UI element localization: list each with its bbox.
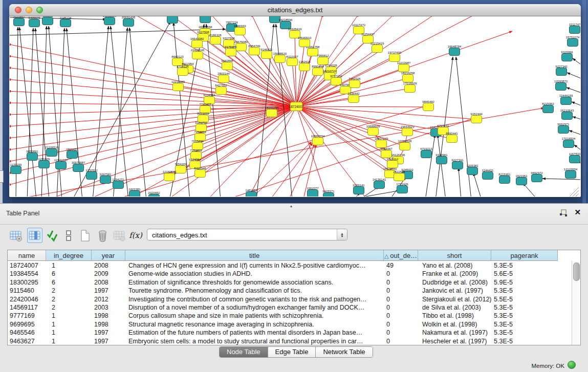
graph-node[interactable] bbox=[568, 39, 578, 47]
graph-node[interactable] bbox=[249, 48, 260, 55]
show-columns-icon[interactable] bbox=[27, 228, 42, 243]
tab-edge-table[interactable]: Edge Table bbox=[268, 347, 316, 357]
graph-node[interactable] bbox=[399, 64, 409, 72]
close-panel-icon[interactable]: ✕ bbox=[574, 208, 581, 217]
graph-node[interactable] bbox=[235, 28, 246, 35]
column-header-short[interactable]: short bbox=[418, 250, 491, 261]
graph-node[interactable] bbox=[56, 162, 67, 169]
graph-node[interactable] bbox=[556, 68, 567, 76]
graph-node[interactable] bbox=[226, 49, 236, 56]
graph-node[interactable] bbox=[100, 176, 111, 184]
graph-node[interactable] bbox=[562, 54, 573, 61]
graph-node[interactable] bbox=[561, 97, 572, 105]
column-header-year[interactable]: year bbox=[92, 250, 125, 261]
graph-node[interactable] bbox=[313, 68, 323, 76]
graph-node[interactable] bbox=[543, 105, 554, 113]
float-window-icon[interactable] bbox=[559, 209, 568, 217]
graph-node[interactable] bbox=[47, 149, 57, 157]
graph-node[interactable] bbox=[123, 19, 134, 27]
graph-node[interactable] bbox=[73, 164, 84, 172]
graph-node[interactable] bbox=[299, 63, 310, 71]
graph-node[interactable] bbox=[565, 171, 576, 179]
graph-node[interactable] bbox=[368, 128, 379, 136]
graph-node[interactable] bbox=[405, 85, 416, 93]
graph-node[interactable] bbox=[570, 26, 580, 34]
graph-node[interactable] bbox=[397, 186, 408, 193]
table-row[interactable]: 946362711997Embryonic stem cells: a mode… bbox=[8, 337, 572, 345]
graph-node[interactable] bbox=[200, 16, 211, 23]
table-row[interactable]: 977716911998Corpus callosum shape and si… bbox=[8, 312, 572, 320]
graph-node[interactable] bbox=[423, 103, 434, 111]
select-rows-icon[interactable] bbox=[45, 228, 60, 243]
graph-node[interactable] bbox=[39, 161, 50, 168]
graph-node[interactable] bbox=[219, 75, 229, 83]
graph-node[interactable] bbox=[402, 128, 413, 136]
graph-node[interactable] bbox=[499, 176, 510, 184]
window-titlebar[interactable]: citations_edges.txt bbox=[9, 4, 581, 16]
graph-node[interactable] bbox=[516, 178, 527, 185]
graph-node[interactable] bbox=[129, 191, 140, 197]
graph-node[interactable] bbox=[349, 95, 359, 103]
graph-node[interactable] bbox=[381, 150, 392, 158]
table-row[interactable]: 1830029562008Estimation of significance … bbox=[8, 278, 572, 287]
graph-node[interactable] bbox=[67, 151, 78, 159]
graph-node[interactable] bbox=[471, 116, 482, 123]
graph-node[interactable] bbox=[14, 18, 25, 26]
graph-node[interactable] bbox=[403, 75, 413, 82]
graph-node[interactable] bbox=[558, 126, 569, 134]
graph-node[interactable] bbox=[449, 48, 460, 56]
table-row[interactable]: 911546021997Tourette syndrome. Phenomeno… bbox=[8, 287, 572, 295]
graph-node[interactable] bbox=[563, 140, 574, 148]
graph-node[interactable] bbox=[104, 17, 115, 25]
table-row[interactable]: 1872400712008Changes of HCN gene express… bbox=[8, 261, 572, 270]
graph-node[interactable] bbox=[27, 153, 38, 161]
column-header-in_degree[interactable]: in_degree bbox=[46, 250, 92, 261]
graph-node[interactable] bbox=[376, 140, 387, 148]
graph-node[interactable] bbox=[262, 51, 272, 59]
table-row[interactable]: 1938455462009Genome-wide association stu… bbox=[8, 270, 572, 278]
graph-node[interactable] bbox=[195, 170, 206, 178]
graph-node[interactable] bbox=[452, 162, 463, 169]
column-header-out_de[interactable]: △out_de… bbox=[384, 250, 418, 261]
graph-node[interactable] bbox=[267, 110, 277, 117]
graph-node[interactable] bbox=[216, 87, 227, 95]
delete-table-icon[interactable] bbox=[95, 228, 110, 243]
graph-node[interactable] bbox=[178, 68, 188, 76]
graph-node[interactable] bbox=[192, 40, 203, 48]
graph-node[interactable] bbox=[299, 39, 310, 47]
column-header-title[interactable]: title bbox=[125, 250, 384, 261]
graph-node[interactable] bbox=[394, 173, 405, 181]
vertical-scrollbar[interactable] bbox=[572, 261, 580, 345]
graph-node[interactable] bbox=[447, 135, 458, 143]
graph-node[interactable] bbox=[308, 190, 318, 197]
new-table-icon[interactable] bbox=[77, 228, 93, 243]
tab-network-table[interactable]: Network Table bbox=[316, 347, 372, 357]
graph-node[interactable] bbox=[275, 55, 286, 63]
network-canvas[interactable]: 2020651940557698508111451341603380920691… bbox=[10, 16, 580, 196]
graph-node[interactable] bbox=[313, 138, 323, 145]
graph-node[interactable] bbox=[42, 17, 53, 25]
split-pane-handle-icon[interactable]: ▴ bbox=[290, 204, 292, 208]
graph-node[interactable] bbox=[236, 43, 247, 51]
graph-node[interactable] bbox=[374, 181, 385, 189]
function-builder-icon[interactable]: f(x) bbox=[128, 228, 143, 243]
clear-selection-icon[interactable] bbox=[61, 228, 76, 243]
graph-node[interactable] bbox=[210, 37, 221, 45]
graph-node[interactable] bbox=[562, 112, 573, 120]
graph-node[interactable] bbox=[29, 19, 40, 27]
graph-node[interactable] bbox=[437, 157, 447, 164]
graph-node[interactable] bbox=[11, 166, 21, 174]
table-row[interactable]: 1456911722003Disruption of a novel membe… bbox=[8, 303, 572, 312]
graph-node[interactable] bbox=[323, 193, 334, 197]
graph-node[interactable] bbox=[400, 143, 410, 150]
table-select-dropdown[interactable]: citations_edges.txt ▲▼ bbox=[147, 229, 347, 240]
graph-node[interactable] bbox=[483, 172, 493, 180]
column-header-name[interactable]: name bbox=[8, 250, 46, 261]
graph-node[interactable] bbox=[149, 194, 160, 197]
graph-node[interactable] bbox=[354, 187, 364, 194]
graph-node[interactable] bbox=[222, 62, 233, 70]
graph-node[interactable] bbox=[372, 45, 383, 53]
scrollbar-thumb[interactable] bbox=[573, 262, 580, 281]
graph-node[interactable] bbox=[570, 156, 580, 163]
table-row[interactable]: 946554611997Estimation of the future num… bbox=[8, 329, 572, 337]
